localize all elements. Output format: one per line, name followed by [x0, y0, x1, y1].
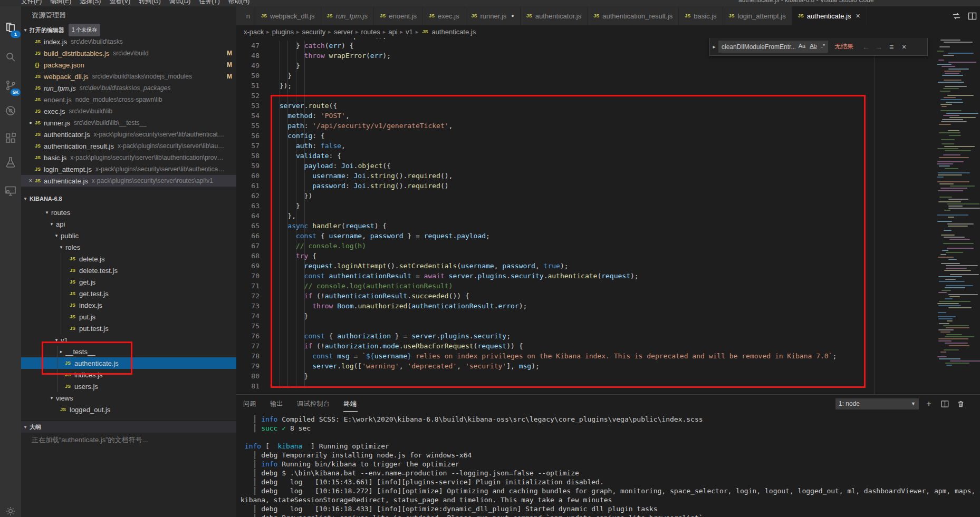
open-editor-item[interactable]: ×JSauthenticate.jsx-pack\plugins\securit… — [21, 175, 236, 187]
breadcrumb-item[interactable]: server — [334, 28, 353, 36]
line-number[interactable]: 54 — [236, 111, 260, 121]
line-number[interactable]: 48 — [236, 51, 260, 61]
line-number[interactable]: 73 — [236, 301, 260, 311]
code-line[interactable]: username: Joi.string().required(), — [271, 171, 933, 181]
code-line[interactable]: path: '/api/security/v1/generateTicket', — [271, 121, 933, 131]
code-line[interactable]: if (!authorization.mode.useRbacForReques… — [271, 341, 933, 351]
line-number[interactable]: 80 — [236, 371, 260, 381]
tree-folder-item[interactable]: ▾roles — [21, 241, 236, 253]
line-number[interactable]: 61 — [236, 181, 260, 191]
line-number[interactable]: 69 — [236, 261, 260, 271]
line-number[interactable]: 64 — [236, 211, 260, 221]
panel-tab-item[interactable]: 问题 — [243, 396, 257, 412]
minimap[interactable] — [934, 38, 980, 394]
open-editor-item[interactable]: JSenoent.jsnode_modules\cross-spawn\lib — [21, 94, 236, 105]
split-editor-icon[interactable] — [964, 6, 980, 25]
editor-tab[interactable]: JSrun_fpm.js — [321, 6, 374, 25]
code-line[interactable]: }); — [271, 81, 933, 91]
code-line[interactable]: } — [271, 371, 933, 381]
code-line[interactable]: payload: Joi.object({ — [271, 161, 933, 171]
open-editor-item[interactable]: JSauthentication_result.jsx-pack\plugins… — [21, 140, 236, 152]
code-line[interactable]: }, — [271, 211, 933, 221]
menu-item[interactable]: 编辑(E) — [50, 0, 71, 6]
editor-tab[interactable]: JSauthentication_result.js — [588, 6, 679, 25]
code-line[interactable]: }) — [271, 191, 933, 201]
terminal-select[interactable]: 1: node ▼ — [835, 398, 919, 409]
editor-tab[interactable]: JSenoent.js — [374, 6, 423, 25]
close-icon[interactable]: × — [856, 12, 860, 20]
line-number[interactable]: 66 — [236, 231, 260, 241]
find-next-icon[interactable]: → — [872, 43, 885, 51]
line-number[interactable]: 60 — [236, 171, 260, 181]
menu-item[interactable]: 文件(F) — [21, 0, 42, 6]
line-number[interactable]: 51 — [236, 81, 260, 91]
open-editor-item[interactable]: JSwebpack_dll.jssrc\dev\build\tasks\node… — [21, 71, 236, 82]
code-line[interactable]: const { username, password } = request.p… — [271, 231, 933, 241]
tree-file-item[interactable]: JSget.js — [21, 276, 236, 288]
code-line[interactable]: // console.log(authenticationResult) — [271, 281, 933, 291]
match-case-toggle[interactable]: Aa — [797, 42, 807, 50]
new-terminal-icon[interactable]: ＋ — [923, 398, 935, 409]
line-number[interactable]: 47 — [236, 41, 260, 51]
menu-item[interactable]: 转到(G) — [139, 0, 160, 6]
tree-file-item[interactable]: JSlogged_out.js — [21, 404, 236, 415]
tree-folder-item[interactable]: ▾routes — [21, 207, 236, 218]
code-line[interactable] — [271, 91, 933, 101]
breadcrumb-item[interactable]: x-pack — [244, 28, 264, 36]
line-number[interactable]: 59 — [236, 161, 260, 171]
code-line[interactable]: if (!authenticationResult.succeeded()) { — [271, 291, 933, 301]
code-line[interactable]: method: 'POST', — [271, 111, 933, 121]
breadcrumb-item[interactable]: v1 — [406, 28, 413, 36]
test-beaker-icon[interactable] — [0, 152, 21, 173]
tree-file-item[interactable]: JSget.test.js — [21, 288, 236, 299]
code-line[interactable]: } — [271, 61, 933, 71]
find-expand-icon[interactable]: ▸ — [710, 44, 718, 50]
extensions-icon[interactable] — [0, 128, 21, 149]
code-line[interactable]: auth: false, — [271, 141, 933, 151]
tree-folder-item[interactable]: ▾api — [21, 218, 236, 230]
line-number[interactable]: 57 — [236, 141, 260, 151]
tree-file-item[interactable]: JSindex.js — [21, 299, 236, 311]
tree-file-item[interactable]: JSdelete.test.js — [21, 265, 236, 276]
open-editor-item[interactable]: JSrun_fpm.jssrc\dev\build\tasks\os_packa… — [21, 82, 236, 94]
line-number[interactable]: 78 — [236, 351, 260, 361]
line-number[interactable]: 75 — [236, 321, 260, 331]
line-number[interactable]: 71 — [236, 281, 260, 291]
open-editor-item[interactable]: JSbasic.jsx-pack\plugins\security\server… — [21, 152, 236, 163]
open-editor-item[interactable]: JSbuild_distributables.jssrc\dev\buildM — [21, 47, 236, 59]
tree-folder-item[interactable]: ▾v1 — [21, 334, 236, 346]
tree-file-item[interactable]: JSindices.js — [21, 369, 236, 381]
tree-folder-item[interactable]: ▾views — [21, 392, 236, 404]
terminal-output[interactable]: │ info Compiled SCSS: E:\work\2020\kiban… — [241, 415, 980, 517]
tree-file-item[interactable]: JSusers.js — [21, 381, 236, 392]
close-icon[interactable]: × — [26, 177, 35, 184]
settings-gear-icon[interactable] — [0, 501, 21, 517]
code-editor[interactable]: 4647484950515253545556575859606162636465… — [236, 38, 980, 394]
menu-item[interactable]: 帮助(H) — [228, 0, 250, 6]
code-line[interactable]: config: { — [271, 131, 933, 141]
editor-tab[interactable]: n — [236, 6, 255, 25]
tree-file-item[interactable]: JSput.js — [21, 311, 236, 323]
debug-icon[interactable] — [0, 100, 21, 121]
line-number[interactable]: 50 — [236, 71, 260, 81]
code-line[interactable]: request.loginAttempt().setCredentials(us… — [271, 261, 933, 271]
breadcrumb-item[interactable]: routes — [361, 28, 380, 36]
code-line[interactable]: } — [271, 201, 933, 211]
kill-terminal-icon[interactable] — [955, 398, 966, 409]
line-number[interactable]: 49 — [236, 61, 260, 71]
code-line[interactable]: throw Boom.unauthorized(authenticationRe… — [271, 301, 933, 311]
open-editor-item[interactable]: ●JSrunner.jssrc\dev\build\lib\__tests__ — [21, 117, 236, 129]
workspace-root-header[interactable]: ▾ KIBANA-6.8 — [21, 193, 236, 204]
tree-file-item[interactable]: JSput.test.js — [21, 323, 236, 334]
open-editor-item[interactable]: JSauthenticator.jsx-pack\plugins\securit… — [21, 129, 236, 140]
code-line[interactable]: async handler(request) { — [271, 221, 933, 231]
explorer-icon[interactable]: 1 — [0, 17, 21, 38]
line-number[interactable]: 76 — [236, 331, 260, 341]
code-line[interactable] — [271, 381, 933, 391]
open-editor-item[interactable]: JSindex.jssrc\dev\build\tasks — [21, 36, 236, 47]
editor-tab[interactable]: JSrunner.js● — [465, 6, 520, 25]
code-line[interactable]: // console.log(h) — [271, 241, 933, 251]
outline-header[interactable]: ▾ 大纲 — [21, 421, 236, 433]
line-number[interactable]: 74 — [236, 311, 260, 321]
code-line[interactable]: validate: { — [271, 151, 933, 161]
